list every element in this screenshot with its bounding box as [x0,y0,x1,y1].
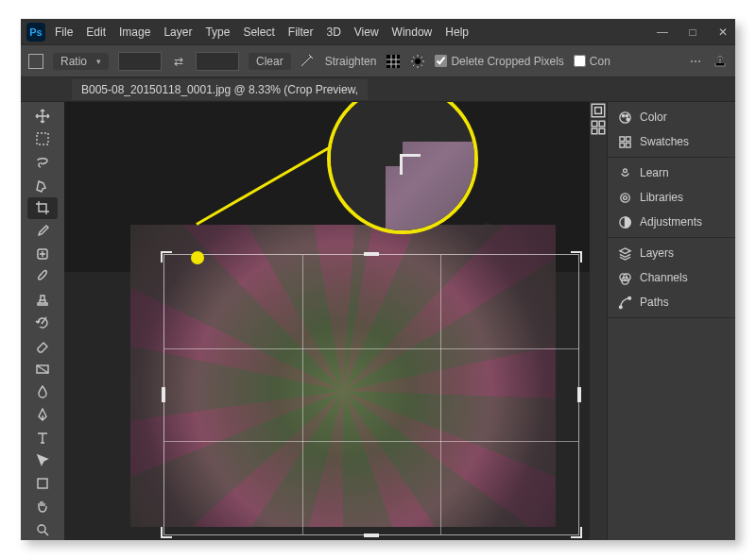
crop-handle-left[interactable] [162,387,165,402]
content-aware-checkbox[interactable]: Con [574,55,610,68]
panel-learn[interactable]: Learn [617,165,726,180]
move-tool[interactable] [27,106,58,127]
straighten-label: Straighten [325,55,377,68]
app-logo: Ps [26,23,45,42]
svg-point-15 [626,114,627,116]
svg-rect-9 [592,121,597,127]
adjustments-icon [617,214,632,229]
crop-handle-top-left[interactable] [161,251,172,263]
swatches-icon [617,134,632,149]
stamp-tool[interactable] [27,290,58,311]
pen-tool[interactable] [27,404,58,425]
photoshop-window: Ps File Edit Image Layer Type Select Fil… [21,19,735,540]
menu-filter[interactable]: Filter [288,25,314,39]
crop-handle-top[interactable] [364,252,379,256]
hand-tool[interactable] [27,496,58,517]
libraries-icon [617,190,632,205]
crop-handle-right[interactable] [577,387,581,402]
shape-tool[interactable] [27,473,58,494]
svg-point-23 [623,195,627,199]
panel-adjustments[interactable]: Adjustments [617,214,726,229]
menu-select[interactable]: Select [243,25,274,39]
callout-anchor-dot [191,251,204,264]
panel-channels[interactable]: Channels [617,270,726,285]
svg-rect-18 [626,136,630,141]
panel-layers[interactable]: Layers [617,246,726,261]
crop-width-input[interactable] [118,52,162,71]
canvas[interactable]: Copyright [64,102,590,540]
menu-window[interactable]: Window [392,25,433,39]
svg-rect-7 [592,104,605,117]
straighten-icon[interactable] [301,54,316,69]
zoom-tool[interactable] [27,519,58,540]
menu-layer[interactable]: Layer [163,25,192,39]
crop-handle-top-right[interactable] [571,251,582,263]
svg-rect-19 [619,143,624,147]
crop-handle-bottom-right[interactable] [571,527,582,538]
svg-rect-17 [619,136,624,141]
menu-type[interactable]: Type [205,25,230,39]
svg-point-14 [622,114,624,116]
svg-rect-20 [626,143,630,147]
blur-tool[interactable] [27,381,58,402]
crop-settings-icon[interactable] [410,54,425,69]
document-tab[interactable]: B005-08_20150118_0001.jpg @ 8.33% (Crop … [72,79,368,100]
crop-handle-bottom[interactable] [364,534,379,537]
svg-rect-11 [592,128,597,134]
window-maximize-icon[interactable]: □ [686,25,699,39]
window-minimize-icon[interactable]: — [656,25,669,39]
quick-select-tool[interactable] [27,175,58,195]
crop-height-input[interactable] [196,52,239,71]
panel-paths[interactable]: Paths [617,295,726,310]
menu-bar: Ps File Edit Image Layer Type Select Fil… [21,19,735,45]
ratio-preset-dropdown[interactable]: Ratio [53,53,109,70]
svg-rect-10 [599,121,605,127]
menu-3d[interactable]: 3D [326,25,340,39]
clear-button[interactable]: Clear [249,53,291,70]
crop-handle-bottom-left[interactable] [161,527,172,538]
svg-rect-12 [599,128,605,134]
swap-dimensions-icon[interactable]: ⇄ [171,54,186,69]
properties-panel-icon[interactable] [590,119,607,136]
brush-tool[interactable] [27,266,58,287]
gradient-tool[interactable] [27,358,58,379]
panel-color[interactable]: Color [617,110,726,125]
menu-edit[interactable]: Edit [86,25,106,39]
panels-dock: Color Swatches Learn Libraries Adjustmen… [607,102,735,540]
svg-point-1 [415,59,421,64]
layers-icon [617,246,632,261]
delete-cropped-checkbox[interactable]: Delete Cropped Pixels [435,55,563,68]
options-bar: Ratio ⇄ Clear Straighten Delete Cropped … [21,45,735,77]
panel-libraries[interactable]: Libraries [617,190,726,205]
window-close-icon[interactable]: ✕ [716,25,730,39]
paths-icon [617,295,632,310]
history-panel-icon[interactable] [590,102,607,119]
healing-tool[interactable] [27,244,58,264]
lasso-tool[interactable] [27,152,58,173]
menu-image[interactable]: Image [119,25,150,39]
document-tab-bar: B005-08_20150118_0001.jpg @ 8.33% (Crop … [21,77,735,102]
crop-box[interactable] [164,255,578,534]
channels-icon [617,270,632,285]
menu-file[interactable]: File [55,25,73,39]
share-icon[interactable] [713,54,728,69]
panel-swatches[interactable]: Swatches [617,134,726,149]
crop-tool[interactable] [27,197,58,218]
eyedropper-tool[interactable] [27,221,58,242]
tool-indicator-crop-icon [28,54,43,69]
menu-help[interactable]: Help [445,25,469,39]
options-overflow-icon[interactable]: ⋯ [688,54,703,69]
svg-point-21 [623,168,627,172]
crop-grid-line [302,255,303,534]
type-tool[interactable] [27,427,58,448]
magnifier-crop-corner-icon [400,154,421,175]
tools-panel [21,102,64,540]
svg-point-22 [620,193,628,201]
path-select-tool[interactable] [27,450,58,471]
marquee-tool[interactable] [27,128,58,149]
history-brush-tool[interactable] [27,313,58,333]
eraser-tool[interactable] [27,335,58,356]
overlay-options-icon[interactable] [386,54,401,69]
crop-grid-line [164,441,578,442]
menu-view[interactable]: View [354,25,379,39]
